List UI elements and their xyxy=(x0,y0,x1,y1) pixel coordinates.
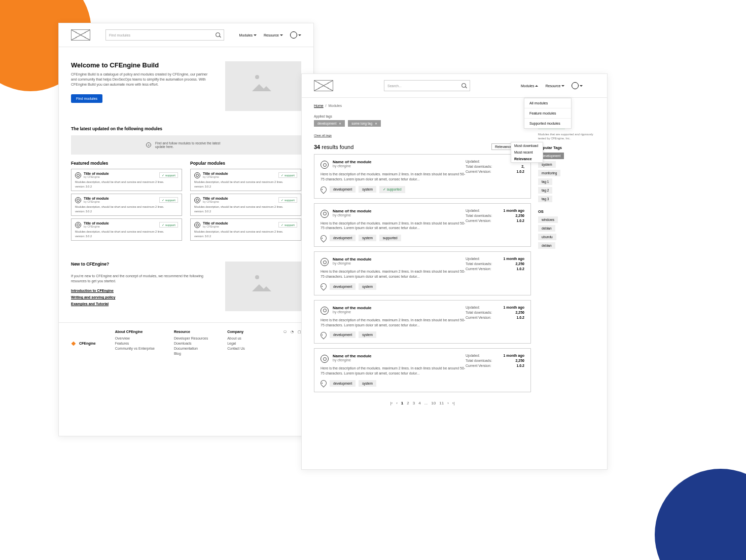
nav-modules[interactable]: Modules xyxy=(521,84,538,88)
examples-link[interactable]: Examples and Tutorial xyxy=(71,302,213,306)
main: Home / Modules Applied tags development … xyxy=(314,104,531,409)
updates-section: The latest updated on the following modu… xyxy=(59,122,313,159)
avatar-icon xyxy=(321,307,329,315)
search-input[interactable]: Find modules xyxy=(105,29,224,41)
page-11[interactable]: 11 xyxy=(439,401,444,405)
tag[interactable]: development xyxy=(330,235,356,241)
tag[interactable]: system xyxy=(359,380,376,387)
tag[interactable]: system xyxy=(359,186,376,193)
dropdown-item[interactable]: Most download xyxy=(511,142,543,149)
tag[interactable]: debian xyxy=(538,242,555,249)
user-menu[interactable] xyxy=(572,82,583,89)
tag[interactable]: development xyxy=(330,380,356,387)
tag[interactable]: development xyxy=(330,331,356,338)
footer-link[interactable]: Community vs Enterprise xyxy=(115,347,155,350)
hero-desc: CFEngine Build is a catalogue of policy … xyxy=(71,72,213,87)
footer-link[interactable]: Features xyxy=(115,342,155,345)
result-meta: Updated:1 month ago Total downloads:2,25… xyxy=(466,354,524,387)
result-card[interactable]: Name of the moduleby cfengine Here is th… xyxy=(314,348,531,392)
page-first[interactable]: |‹ xyxy=(390,401,393,405)
page-prev[interactable]: ‹ xyxy=(396,401,398,405)
footer-link[interactable]: Legal xyxy=(227,342,245,345)
tag[interactable]: system xyxy=(359,331,376,338)
logo-placeholder[interactable] xyxy=(71,29,90,41)
crumb-modules[interactable]: Modules xyxy=(328,104,341,107)
module-card[interactable]: Title of moduleby CFEnginesupport Module… xyxy=(71,218,182,241)
tag[interactable]: system xyxy=(359,235,376,241)
footer-link[interactable]: Documentation xyxy=(174,347,208,350)
page-last[interactable]: ›| xyxy=(452,401,455,405)
tag[interactable]: ubundu xyxy=(538,234,556,240)
github-icon[interactable]: ⎔ xyxy=(283,330,287,357)
nav-resource[interactable]: Resource xyxy=(264,33,283,37)
chat-icon[interactable]: ▢ xyxy=(298,330,301,357)
footer-link[interactable]: Downloads xyxy=(174,342,208,345)
module-card[interactable]: Title of moduleby CFEnginesupport Module… xyxy=(190,194,301,216)
tag[interactable]: windows xyxy=(538,216,558,223)
dropdown-item[interactable]: Supported modules xyxy=(524,119,571,128)
page-3[interactable]: 3 xyxy=(413,401,415,405)
featured-modules: Featured modules Title of moduleby CFEng… xyxy=(71,161,182,243)
logo-placeholder[interactable] xyxy=(314,80,333,91)
modules-dropdown: All modules Feature modules Supported mo… xyxy=(524,98,572,129)
tag[interactable]: tag 3 xyxy=(538,196,552,202)
module-card[interactable]: Title of moduleby CFEnginesupport Module… xyxy=(190,169,301,191)
tag[interactable]: supported xyxy=(379,235,401,241)
tag[interactable]: development xyxy=(330,186,356,193)
footer-link[interactable]: Overview xyxy=(115,337,155,340)
user-icon xyxy=(290,31,297,39)
page-10[interactable]: 10 xyxy=(431,401,436,405)
avatar-icon xyxy=(194,197,200,203)
crumb-home[interactable]: Home xyxy=(314,104,324,107)
search-placeholder: Search... xyxy=(387,84,402,88)
search-icon[interactable] xyxy=(461,83,467,88)
page-1[interactable]: 1 xyxy=(401,401,403,405)
page-2[interactable]: 2 xyxy=(407,401,409,405)
result-card[interactable]: Name of the moduleby cfengine Here is th… xyxy=(314,154,531,199)
policy-link[interactable]: Writing and serving policy xyxy=(71,295,213,299)
module-card[interactable]: Title of moduleby CFEnginesupport Module… xyxy=(71,194,182,216)
plus-icon: + xyxy=(146,142,151,147)
dropdown-item[interactable]: All modules xyxy=(524,98,571,108)
updates-text: Find and follow modules to receive the l… xyxy=(155,141,226,148)
tag[interactable]: debian xyxy=(538,225,555,232)
page-4[interactable]: 4 xyxy=(418,401,420,405)
clear-tags-link[interactable]: Clear all tags xyxy=(314,134,332,137)
result-card[interactable]: Name of the moduleby cfengine Here is th… xyxy=(314,251,531,295)
twitter-icon[interactable]: ◔ xyxy=(291,330,294,357)
intro-link[interactable]: Introduction to CFEngine xyxy=(71,289,213,292)
dropdown-item-selected[interactable]: Relevance xyxy=(511,156,543,162)
tag[interactable]: development xyxy=(330,283,356,290)
footer-link[interactable]: Contact Us xyxy=(227,347,245,350)
page-next[interactable]: › xyxy=(447,401,449,405)
footer-link[interactable]: Developer Resources xyxy=(174,337,208,340)
module-card[interactable]: Title of moduleby CFEnginesupport Module… xyxy=(190,218,301,241)
applied-tag[interactable]: some long tag xyxy=(348,120,381,127)
avatar-icon xyxy=(321,210,329,218)
find-modules-button[interactable]: Find modules xyxy=(71,94,102,103)
footer-link[interactable]: About us xyxy=(227,337,245,340)
search-icon[interactable] xyxy=(216,32,221,38)
user-icon xyxy=(572,82,579,89)
result-card[interactable]: Name of the moduleby cfengine Here is th… xyxy=(314,300,531,344)
tag[interactable]: system xyxy=(359,283,376,290)
footer-brand[interactable]: CFEngine xyxy=(71,330,96,357)
dropdown-item[interactable]: Most recent xyxy=(511,149,543,156)
tag[interactable]: tag 2 xyxy=(538,187,552,194)
tag[interactable]: tag 1 xyxy=(538,178,552,185)
search-input[interactable]: Search... xyxy=(384,80,470,91)
nav-resource[interactable]: Resource xyxy=(545,84,564,88)
footer-link[interactable]: Blog xyxy=(174,352,208,355)
module-card[interactable]: Title of moduleby CFEnginesupport Module… xyxy=(71,169,182,191)
tag[interactable]: monitoring xyxy=(538,170,560,176)
user-menu[interactable] xyxy=(290,31,301,39)
result-card[interactable]: Name of the moduleby cfengine Here is th… xyxy=(314,203,531,247)
avatar-icon xyxy=(194,172,200,178)
nav: Modules Resource xyxy=(239,31,301,39)
nav-modules[interactable]: Modules xyxy=(239,33,257,37)
tag-supported[interactable]: supported xyxy=(379,186,405,193)
dropdown-item[interactable]: Feature modules xyxy=(524,108,571,119)
support-note: Modules that are supported and rigorousl… xyxy=(538,133,595,140)
applied-tag[interactable]: development xyxy=(314,120,345,127)
result-meta: Updated:1 month ago Total downloads:2,25… xyxy=(466,209,524,242)
